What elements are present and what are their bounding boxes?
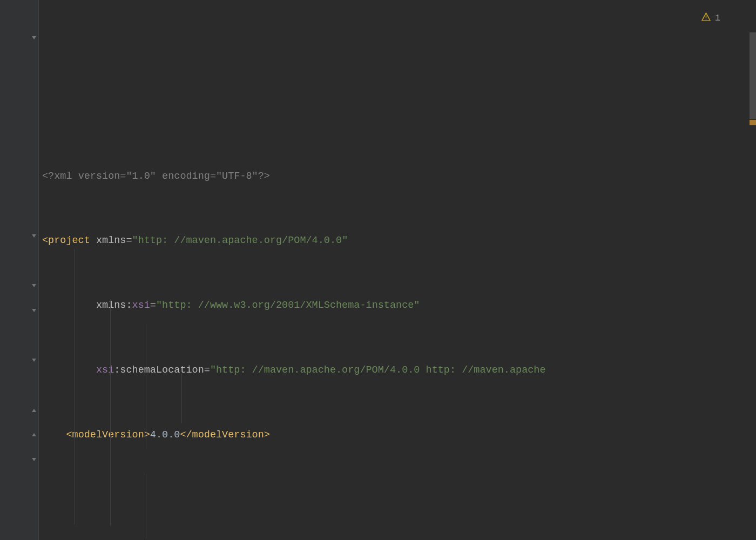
code-area[interactable]: 1 <?xml version="1.0" encoding="UTF-8"?>… xyxy=(39,0,756,540)
scrollbar-range-marker[interactable] xyxy=(750,32,756,119)
indent-guide xyxy=(110,299,111,526)
code-line[interactable]: <?xml version="1.0" encoding="UTF-8"?> xyxy=(42,164,753,189)
xml-attr: xmlns: xyxy=(96,301,132,311)
fold-toggle-icon[interactable] xyxy=(30,407,38,414)
fold-toggle-icon[interactable] xyxy=(30,232,38,240)
fold-toggle-icon[interactable] xyxy=(30,356,38,364)
prev-highlight-button[interactable] xyxy=(725,5,734,32)
xml-text: 4.0.0 xyxy=(150,430,180,441)
code-line[interactable]: <project xmlns="http: //maven.apache.org… xyxy=(42,229,753,254)
indent-guide xyxy=(146,324,146,449)
xml-attr: schemaLocation= xyxy=(120,366,210,376)
fold-toggle-icon[interactable] xyxy=(30,456,38,463)
xml-attr: xmlns= xyxy=(96,236,132,246)
xml-ns: xsi xyxy=(132,301,150,311)
indent-guide xyxy=(146,474,146,538)
indent-guide xyxy=(75,249,75,524)
xml-value: "http: //www.w3.org/2001/XMLSchema-insta… xyxy=(156,301,420,311)
xml-tag: <project xyxy=(42,236,90,246)
code-line[interactable] xyxy=(42,488,753,512)
xml-ns: xsi xyxy=(96,366,114,376)
next-highlight-button[interactable] xyxy=(739,5,748,32)
code-line[interactable]: xmlns:xsi="http: //www.w3.org/2001/XMLSc… xyxy=(42,294,753,319)
code-line[interactable]: <modelVersion>4.0.0</modelVersion> xyxy=(42,423,753,448)
xml-tag: <modelVersion> xyxy=(66,430,150,441)
fold-toggle-icon[interactable] xyxy=(30,431,38,438)
xml-colon: : xyxy=(114,366,120,376)
fold-toggle-icon[interactable] xyxy=(30,282,38,289)
fold-toggle-icon[interactable] xyxy=(30,34,38,42)
scrollbar-warning-marker[interactable] xyxy=(750,120,756,125)
xml-value: "http: //maven.apache.org/POM/4.0.0 http… xyxy=(210,366,546,376)
svg-rect-0 xyxy=(706,15,706,18)
gutter[interactable] xyxy=(0,0,39,540)
fold-toggle-icon[interactable] xyxy=(30,307,38,314)
svg-rect-1 xyxy=(706,19,706,19)
inspection-indicator[interactable]: 1 xyxy=(657,3,748,33)
xml-declaration: <?xml version="1.0" encoding="UTF-8"?> xyxy=(42,172,270,182)
editor-root: 1 <?xml version="1.0" encoding="UTF-8"?>… xyxy=(0,0,756,540)
xml-value: "http: //maven.apache.org/POM/4.0.0" xyxy=(132,236,348,246)
warning-count: 1 xyxy=(715,14,720,23)
indent-guide xyxy=(181,374,182,423)
xml-tag: </modelVersion> xyxy=(180,430,270,441)
xml-eq: = xyxy=(150,301,156,311)
warning-icon xyxy=(657,3,711,33)
code-line[interactable]: xsi:schemaLocation="http: //maven.apache… xyxy=(42,358,753,383)
